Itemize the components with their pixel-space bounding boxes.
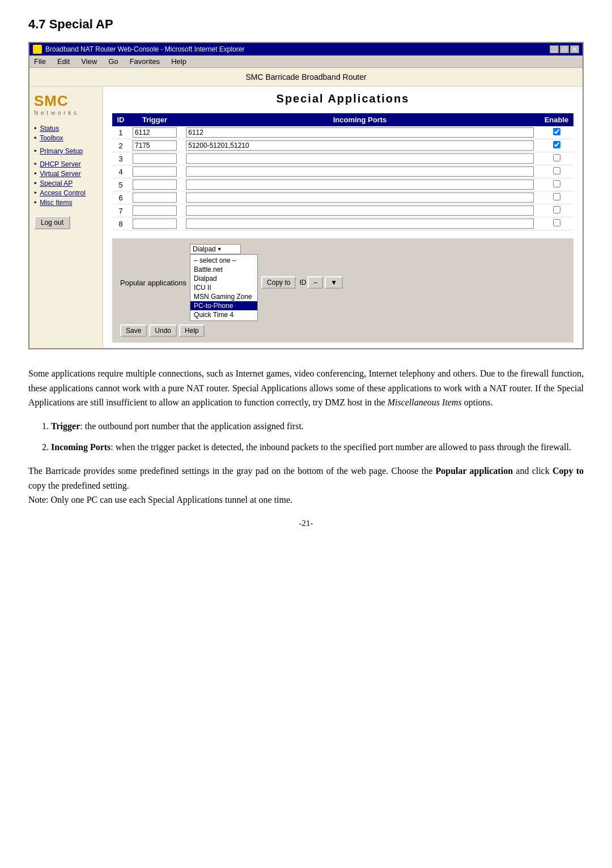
popular-apps-label: Popular applications [120,279,186,287]
list-item-1: Trigger: the outbound port number that t… [51,419,584,434]
bullet-toolbox: • [34,134,37,142]
logout-button[interactable]: Log out [34,216,70,229]
dropdown-option[interactable]: PC-to-Phone [190,301,257,310]
browser-controls[interactable]: _ □ ✕ [550,45,579,53]
page-title: 4.7 Special AP [28,17,584,32]
cell-trigger [129,204,180,217]
enable-checkbox[interactable] [553,128,560,135]
enable-checkbox[interactable] [553,141,560,148]
enable-checkbox[interactable] [553,219,560,226]
cell-enable [539,152,573,165]
id-label: ID [299,279,306,287]
bullet-status: • [34,124,37,132]
nav-link-special-ap[interactable]: Special AP [40,179,73,187]
cell-id: 8 [112,217,129,230]
trigger-input[interactable] [133,127,177,138]
enable-checkbox[interactable] [553,206,560,213]
incoming-input[interactable] [186,206,533,216]
popular-apps-row: Popular applications Dialpad ▼ – select … [120,244,566,321]
enable-checkbox[interactable] [553,154,560,161]
id-decrement-button[interactable]: – [308,276,323,289]
nav-link-virtual-server[interactable]: Virtual Server [40,170,80,178]
dropdown-option[interactable]: MSN Gaming Zone [190,292,257,301]
nav-link-dhcp-server[interactable]: DHCP Server [40,160,80,168]
incoming-input[interactable] [186,193,533,203]
smc-logo-sub: N e t w o r k s [34,110,98,116]
special-applications-table: ID Trigger Incoming Ports Enable 1234567… [112,113,573,230]
smc-logo: SMC N e t w o r k s [34,92,98,116]
sidebar: SMC N e t w o r k s • Status • Toolbox •… [29,87,103,348]
dropdown-option[interactable]: – select one – [190,256,257,265]
nav-link-toolbox[interactable]: Toolbox [40,134,63,142]
sidebar-item-access-control[interactable]: • Access Control [34,189,98,197]
id-dropdown-button[interactable]: ▼ [325,276,343,289]
trigger-input[interactable] [133,206,177,216]
cell-incoming [180,152,539,165]
trigger-input[interactable] [133,166,177,177]
page-number: -21- [28,519,584,528]
main-content: Special Applications ID Trigger Incoming… [103,87,583,348]
close-button[interactable]: ✕ [570,45,579,53]
sidebar-item-primary-setup[interactable]: • Primary Setup [34,147,98,155]
cell-enable [539,217,573,230]
sidebar-item-misc-items[interactable]: • Misc Items [34,198,98,207]
body-paragraph-1: Some applications require multiple conne… [28,366,584,410]
cell-id: 6 [112,191,129,204]
menu-edit[interactable]: Edit [55,57,72,66]
help-button[interactable]: Help [179,324,205,337]
menu-file[interactable]: File [32,57,48,66]
cell-incoming [180,204,539,217]
incoming-input[interactable] [186,153,533,164]
dropdown-option[interactable]: Dialpad [190,274,257,283]
menu-view[interactable]: View [79,57,99,66]
save-button[interactable]: Save [120,324,147,337]
incoming-input[interactable] [186,166,533,177]
trigger-input[interactable] [133,153,177,164]
undo-button[interactable]: Undo [149,324,177,337]
enable-checkbox[interactable] [553,180,560,187]
enable-checkbox[interactable] [553,167,560,174]
nav-link-access-control[interactable]: Access Control [40,189,86,197]
cell-enable [539,126,573,139]
action-buttons-row: Save Undo Help [120,324,566,337]
menu-favorites[interactable]: Favorites [128,57,162,66]
sidebar-item-dhcp-server[interactable]: • DHCP Server [34,160,98,168]
cell-enable [539,204,573,217]
nav-link-primary-setup[interactable]: Primary Setup [40,147,83,155]
col-header-enable: Enable [539,113,573,126]
sidebar-item-special-ap[interactable]: • Special AP [34,179,98,187]
col-header-incoming: Incoming Ports [180,113,539,126]
nav-link-misc-items[interactable]: Misc Items [40,199,72,207]
sidebar-item-status[interactable]: • Status [34,124,98,132]
table-row: 2 [112,139,573,152]
cell-enable [539,139,573,152]
minimize-button[interactable]: _ [550,45,559,53]
menu-help[interactable]: Help [169,57,189,66]
maximize-button[interactable]: □ [560,45,569,53]
popular-application-bold: Popular application [436,466,513,476]
nav-link-status[interactable]: Status [40,125,59,132]
incoming-input[interactable] [186,140,533,151]
trigger-input[interactable] [133,179,177,190]
sidebar-item-toolbox[interactable]: • Toolbox [34,134,98,142]
sidebar-item-virtual-server[interactable]: • Virtual Server [34,169,98,178]
incoming-input[interactable] [186,127,533,138]
menu-go[interactable]: Go [106,57,120,66]
copy-to-button[interactable]: Copy to [261,276,296,289]
incoming-input[interactable] [186,219,533,229]
cell-trigger [129,126,180,139]
cell-incoming [180,217,539,230]
dropdown-option[interactable]: Battle.net [190,265,257,274]
dropdown-option[interactable]: ICU II [190,283,257,292]
incoming-input[interactable] [186,179,533,190]
cell-incoming [180,178,539,191]
dropdown-option[interactable]: Quick Time 4 [190,310,257,319]
trigger-bold: Trigger [51,421,80,431]
popular-apps-select-trigger[interactable]: Dialpad ▼ [190,244,241,254]
cell-incoming [180,139,539,152]
trigger-input[interactable] [133,140,177,151]
browser-window: Broadband NAT Router Web-Console - Micro… [28,42,584,349]
trigger-input[interactable] [133,219,177,229]
enable-checkbox[interactable] [553,193,560,200]
trigger-input[interactable] [133,193,177,203]
